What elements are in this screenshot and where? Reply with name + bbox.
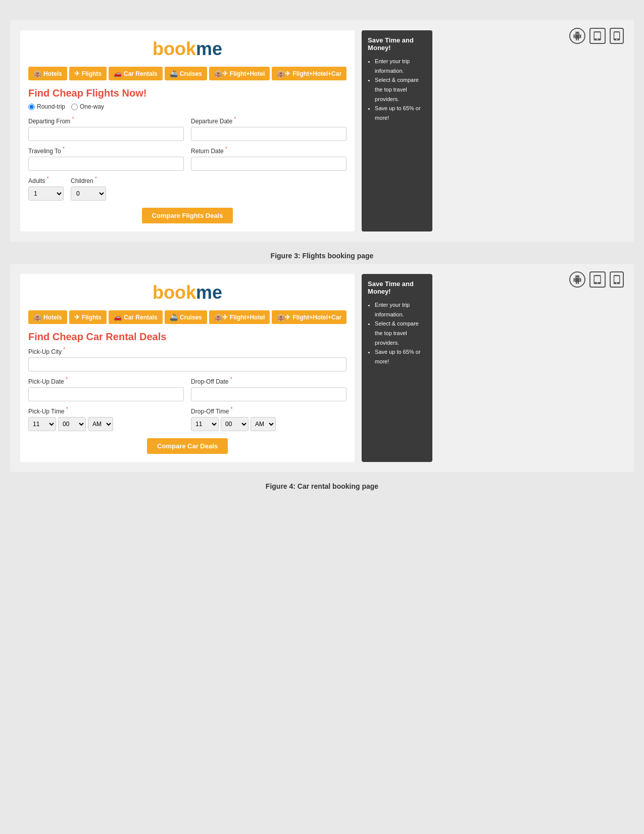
cruise-icon: 🚢 [170, 70, 178, 77]
pickup-city-label: Pick-Up City * [28, 347, 346, 355]
tab-hotels[interactable]: 🏨 Hotels [28, 67, 67, 80]
figure4-tab-flight-hotel-car[interactable]: 🏨✈ Flight+Hotel+Car [272, 310, 346, 324]
figure3-nav: 🏨 Hotels ✈ Flights 🚗 Car Rentals 🚢 Cruis… [28, 67, 346, 80]
compare-flights-button[interactable]: Compare Flights Deals [142, 208, 233, 223]
figure3-logo: bookme [28, 38, 346, 60]
figure4-tab-flights[interactable]: ✈ Flights [69, 310, 107, 324]
traveling-to-label: Traveling To * [28, 146, 184, 155]
departing-from-input[interactable] [28, 127, 184, 141]
pickup-city-input[interactable] [28, 357, 346, 372]
figure4-sidebar-title: Save Time and Money! [368, 280, 426, 295]
figure3-booking-box: bookme 🏨 Hotels ✈ Flights 🚗 Car Rentals … [20, 30, 355, 231]
return-date-label: Return Date * [191, 146, 346, 155]
android-icon [569, 28, 585, 44]
return-date-group: Return Date * [191, 146, 346, 171]
figure4-flight-hotel-car-icon: 🏨✈ [277, 313, 290, 321]
figure4-tab-hotels[interactable]: 🏨 Hotels [28, 310, 67, 324]
pickup-date-input[interactable] [28, 387, 184, 401]
flights-icon: ✈ [74, 70, 80, 77]
car-rental-heading: Find Cheap Car Rental Deals [28, 331, 346, 343]
return-date-input[interactable] [191, 157, 346, 171]
pickup-dropoff-time-row: Pick-Up Time * 11 12 1 00 15 30 [28, 406, 346, 431]
logo-book: book [153, 38, 196, 59]
traveling-to-group: Traveling To * [28, 146, 184, 171]
dropoff-date-input[interactable] [191, 387, 346, 401]
figure4-sidebar-item-2: Select & compare the top travel provider… [375, 319, 426, 347]
figure4-tab-cruises[interactable]: 🚢 Cruises [165, 310, 207, 324]
pickup-time-group: Pick-Up Time * 11 12 1 00 15 30 [28, 406, 184, 431]
tab-cruises[interactable]: 🚢 Cruises [165, 67, 207, 80]
sidebar-item-1: Enter your trip information. [375, 57, 426, 75]
figure3-sidebar: Save Time and Money! Enter your trip inf… [362, 30, 432, 231]
departure-date-input[interactable] [191, 127, 346, 141]
figure4-sidebar-list: Enter your trip information. Select & co… [368, 300, 426, 366]
pickup-time-selects: 11 12 1 00 15 30 45 AM [28, 417, 184, 431]
flights-heading: Find Cheap Flights Now! [28, 87, 346, 99]
children-label: Children * [71, 176, 106, 184]
dropoff-ampm-select[interactable]: AM PM [251, 417, 276, 431]
tab-flight-hotel[interactable]: 🏨✈ Flight+Hotel [209, 67, 270, 80]
figure4-device-icons [569, 271, 624, 288]
departing-from-group: Departing From * [28, 116, 184, 141]
figure4-hotels-icon: 🏨 [33, 313, 41, 321]
tab-car-rentals[interactable]: 🚗 Car Rentals [109, 67, 163, 80]
flight-hotel-icon: 🏨✈ [214, 70, 228, 77]
pickup-ampm-select[interactable]: AM PM [88, 417, 113, 431]
sidebar-item-2: Select & compare the top travel provider… [375, 75, 426, 104]
pickup-date-label: Pick-Up Date * [28, 377, 184, 385]
figure3-sidebar-list: Enter your trip information. Select & co… [368, 57, 426, 123]
small-tablet-icon [610, 28, 624, 44]
car-rental-form: Find Cheap Car Rental Deals Pick-Up City… [28, 331, 346, 454]
departure-date-group: Departure Date * [191, 116, 346, 141]
pickup-city-group: Pick-Up City * [28, 347, 346, 372]
dropoff-time-selects: 11 12 1 00 15 30 45 AM [191, 417, 346, 431]
dropoff-date-group: Drop-Off Date * [191, 377, 346, 401]
figure4-tablet-icon [589, 271, 606, 288]
figure4-tab-car-rentals[interactable]: 🚗 Car Rentals [109, 310, 163, 324]
dropoff-min-select[interactable]: 00 15 30 45 [221, 417, 249, 431]
pickup-hour-select[interactable]: 11 12 1 [28, 417, 56, 431]
pickup-time-label: Pick-Up Time * [28, 406, 184, 415]
figure4-sidebar-item-3: Save up to 65% or more! [375, 347, 426, 366]
dropoff-hour-select[interactable]: 11 12 1 [191, 417, 219, 431]
figure4-logo-book: book [153, 282, 196, 303]
tab-flight-hotel-car[interactable]: 🏨✈ Flight+Hotel+Car [272, 67, 346, 80]
figure4-car-icon: 🚗 [114, 313, 122, 321]
flight-hotel-car-icon: 🏨✈ [277, 70, 290, 77]
figure4-android-icon [569, 271, 585, 288]
departing-departure-row: Departing From * Departure Date * [28, 116, 346, 141]
figure3-main: bookme 🏨 Hotels ✈ Flights 🚗 Car Rentals … [20, 30, 624, 231]
car-icon: 🚗 [114, 70, 122, 77]
figure4-sidebar: Save Time and Money! Enter your trip inf… [362, 274, 432, 462]
figure4-flights-icon: ✈ [74, 313, 80, 321]
pickup-dropoff-date-row: Pick-Up Date * Drop-Off Date * [28, 377, 346, 401]
compare-car-button[interactable]: Compare Car Deals [147, 438, 228, 454]
roundtrip-label[interactable]: Round-trip [28, 103, 65, 110]
trip-type-radio: Round-trip One-way [28, 103, 346, 110]
traveling-to-input[interactable] [28, 157, 184, 171]
figure4-main: bookme 🏨 Hotels ✈ Flights 🚗 Car Rentals … [20, 274, 624, 462]
tab-flights[interactable]: ✈ Flights [69, 67, 107, 80]
roundtrip-radio[interactable] [28, 104, 35, 110]
hotels-icon: 🏨 [33, 70, 41, 77]
oneway-label[interactable]: One-way [71, 103, 104, 110]
dropoff-time-label: Drop-Off Time * [191, 406, 346, 415]
adults-children-row: Adults * 1 2 3 4 Children * [28, 176, 346, 201]
figure4-cruise-icon: 🚢 [170, 313, 178, 321]
sidebar-item-3: Save up to 65% or more! [375, 104, 426, 122]
figure4-logo-me: me [196, 282, 222, 303]
adults-label: Adults * [28, 176, 64, 184]
oneway-radio[interactable] [71, 104, 78, 110]
figure4-tab-flight-hotel[interactable]: 🏨✈ Flight+Hotel [209, 310, 270, 324]
adults-select[interactable]: 1 2 3 4 [28, 187, 64, 201]
pickup-city-row: Pick-Up City * [28, 347, 346, 372]
departing-from-label: Departing From * [28, 116, 184, 125]
dropoff-date-label: Drop-Off Date * [191, 377, 346, 385]
figure4-logo: bookme [28, 282, 346, 303]
children-select[interactable]: 0 1 2 3 [71, 187, 106, 201]
figure3-sidebar-title: Save Time and Money! [368, 36, 426, 52]
pickup-date-group: Pick-Up Date * [28, 377, 184, 401]
figure4-caption: Figure 4: Car rental booking page [10, 482, 634, 490]
device-icons [569, 28, 624, 44]
pickup-min-select[interactable]: 00 15 30 45 [58, 417, 86, 431]
